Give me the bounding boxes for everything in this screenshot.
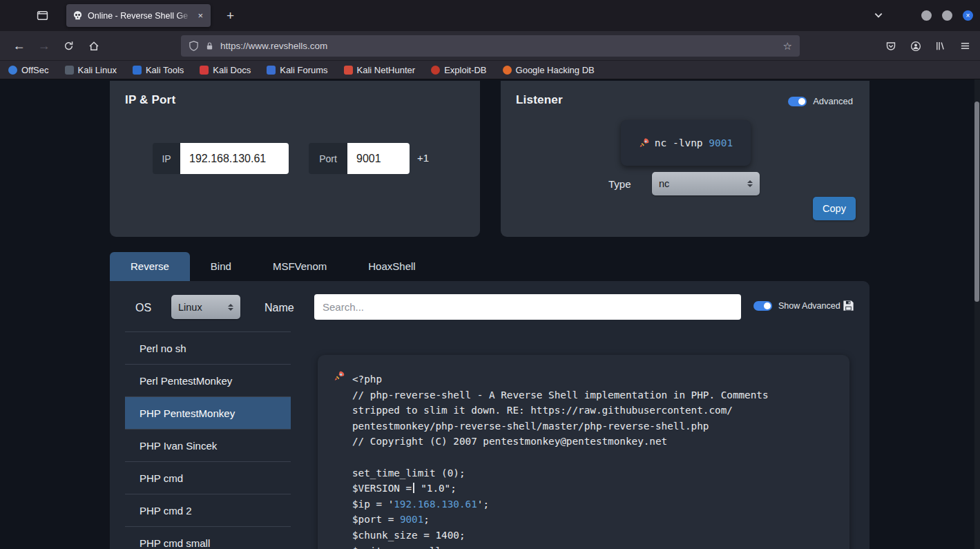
firefox-view-button[interactable] [36, 9, 49, 22]
listener-type-value: nc [659, 178, 669, 189]
new-tab-button[interactable]: + [221, 6, 240, 25]
shell-list-item[interactable]: PHP PentestMonkey [125, 397, 291, 430]
select-arrows-icon [747, 180, 753, 187]
increment-port-button[interactable]: +1 [412, 149, 434, 166]
tab-reverse[interactable]: Reverse [110, 252, 190, 281]
tab-bar: Online - Reverse Shell Ge × + × [0, 0, 980, 31]
code-line: $port = 9001; [352, 512, 838, 528]
back-button[interactable]: ← [10, 37, 28, 55]
ip-port-card: IP & Port IP Port +1 [110, 81, 480, 237]
copy-button[interactable]: Copy [813, 197, 856, 220]
rocket-icon [639, 137, 650, 148]
show-advanced-toggle[interactable] [753, 301, 772, 311]
shell-list-item[interactable]: PHP cmd 2 [125, 494, 291, 527]
window-minimize-button[interactable] [921, 10, 932, 21]
bookmark-kali-tools[interactable]: Kali Tools [133, 65, 184, 75]
code-text: ; [423, 514, 430, 525]
os-select[interactable]: Linux [171, 295, 240, 319]
kali-linux-icon [65, 66, 74, 75]
advanced-toggle[interactable] [788, 97, 807, 106]
os-label: OS [135, 302, 151, 314]
tab-bind[interactable]: Bind [190, 252, 252, 281]
listener-card: Listener Advanced nc -lvnp 9001 Type nc … [501, 81, 869, 237]
bookmark-kali-docs[interactable]: Kali Docs [200, 65, 251, 75]
generator-panel: OS Linux Name Show Advanced Perl no shPe… [110, 281, 869, 549]
kali-tools-icon [133, 66, 142, 75]
save-presets-button[interactable] [842, 299, 855, 312]
code-text: "1.0"; [415, 483, 457, 494]
pocket-button[interactable] [881, 37, 900, 55]
floppy-disk-icon [842, 299, 855, 312]
library-button[interactable] [931, 37, 950, 55]
bookmark-kali-forums[interactable]: Kali Forums [267, 65, 327, 75]
reload-button[interactable] [59, 37, 78, 55]
code-line: $ip = '192.168.130.61'; [352, 497, 838, 512]
code-text: pentestmonkey/php-reverse-shell/master/p… [352, 421, 709, 432]
code-text: set_time_limit (0); [352, 468, 465, 479]
kali-nethunter-icon [344, 66, 353, 75]
port-field-group: Port [309, 143, 410, 174]
bookmark-label: Kali Forums [280, 65, 327, 75]
forward-button[interactable]: → [35, 37, 53, 55]
tab-msfvenom[interactable]: MSFVenom [252, 252, 347, 281]
browser-window: Online - Reverse Shell Ge × + × ← → [0, 0, 980, 549]
code-text: $ip = ' [352, 499, 394, 510]
padlock-icon[interactable] [205, 41, 214, 50]
tracking-protection-shield-icon[interactable] [189, 41, 199, 51]
ip-label: IP [153, 143, 180, 174]
menu-button[interactable] [956, 37, 974, 55]
port-input[interactable] [347, 143, 410, 174]
bookmark-exploit-db[interactable]: Exploit-DB [431, 65, 486, 75]
shell-list-item[interactable]: Perl PentestMonkey [125, 365, 291, 397]
shell-list-item[interactable]: PHP Ivan Sincek [125, 430, 291, 462]
bookmark-google-hacking-db[interactable]: Google Hacking DB [503, 65, 595, 75]
code-line: $VERSION = "1.0"; [352, 481, 838, 497]
code-block[interactable]: <?php// php-reverse-shell - A Reverse Sh… [352, 372, 838, 549]
listener-type-select[interactable]: nc [652, 172, 760, 195]
code-line: $chunk_size = 1400; [352, 528, 838, 543]
kali-docs-icon [200, 66, 209, 75]
account-button[interactable] [906, 37, 925, 55]
bookmark-kali-linux[interactable]: Kali Linux [65, 65, 117, 75]
tab-hoaxshell[interactable]: HoaxShell [347, 252, 436, 281]
bookmark-label: Google Hacking DB [516, 65, 595, 75]
url-text[interactable]: https://www.revshells.com [220, 41, 327, 51]
search-input[interactable] [314, 294, 741, 320]
window-maximize-button[interactable] [942, 10, 952, 21]
select-arrows-icon [228, 304, 233, 311]
show-advanced-group: Show Advanced [753, 301, 840, 311]
shell-list-item[interactable]: Perl no sh [125, 332, 291, 365]
listener-command-text: nc -lvnp 9001 [655, 137, 733, 148]
bookmark-label: OffSec [21, 65, 49, 75]
bookmark-kali-nethunter[interactable]: Kali NetHunter [344, 65, 416, 75]
ghdb-icon [503, 66, 512, 75]
shell-list-item[interactable]: PHP cmd [125, 462, 291, 494]
browser-tab[interactable]: Online - Reverse Shell Ge × [66, 4, 211, 27]
library-icon [935, 41, 945, 51]
tab-close-icon[interactable]: × [196, 11, 204, 20]
type-label: Type [608, 178, 631, 190]
listener-command-box: nc -lvnp 9001 [621, 120, 751, 166]
home-button[interactable] [84, 37, 103, 55]
bookmark-label: Kali NetHunter [357, 65, 416, 75]
port-label: Port [309, 143, 347, 174]
ip-input[interactable] [180, 143, 289, 174]
code-line: // Copyright (C) 2007 pentestmonkey@pent… [352, 434, 838, 450]
bookmark-offsec[interactable]: OffSec [8, 65, 49, 75]
code-text: $VERSION = [352, 483, 412, 494]
code-text: // Copyright (C) 2007 pentestmonkey@pent… [352, 436, 667, 447]
list-all-tabs-chevron-icon[interactable] [874, 10, 885, 21]
code-line [352, 450, 838, 465]
code-highlight-value: 9001 [400, 514, 423, 525]
scrollbar-thumb[interactable] [974, 102, 979, 302]
code-text: $chunk_size = 1400; [352, 530, 465, 541]
url-bar[interactable]: https://www.revshells.com ☆ [181, 35, 800, 57]
code-line: stripped to slim it down. RE: https://ra… [352, 403, 838, 418]
code-text: nc -lvnp [655, 137, 709, 148]
bookmark-star-icon[interactable]: ☆ [783, 40, 792, 52]
offsec-icon [8, 66, 17, 75]
code-line: // php-reverse-shell - A Reverse Shell i… [352, 387, 838, 403]
shell-list-item[interactable]: PHP cmd small [125, 527, 291, 549]
advanced-label: Advanced [813, 96, 853, 106]
window-close-button[interactable]: × [963, 10, 973, 21]
